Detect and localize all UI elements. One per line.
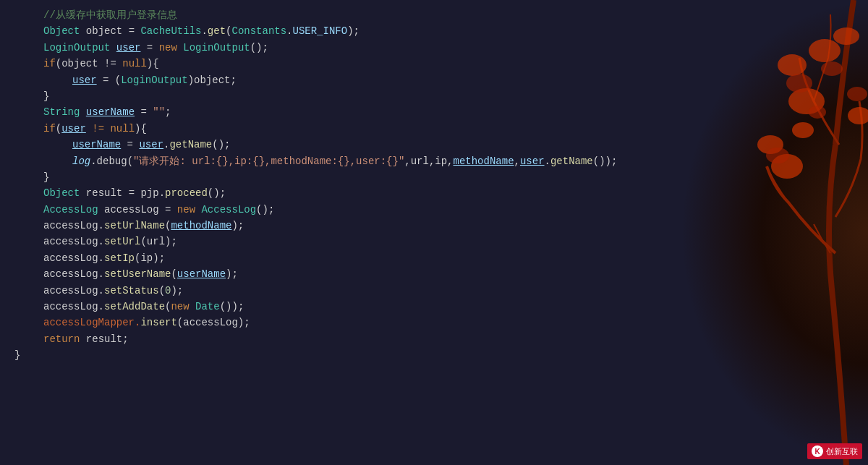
code-token: user bbox=[139, 137, 163, 153]
code-token: LoginOutput bbox=[121, 72, 187, 88]
code-token bbox=[190, 299, 195, 315]
code-token: setAddDate bbox=[104, 299, 165, 315]
code-token: methodName bbox=[454, 153, 514, 169]
code-token: user bbox=[116, 40, 141, 56]
code-block: //从缓存中获取用户登录信息Object object = CacheUtils… bbox=[14, 7, 868, 364]
code-line: Object object = CacheUtils.get(Constants… bbox=[14, 23, 868, 39]
code-token: accessLog. bbox=[43, 218, 104, 234]
code-token: null bbox=[122, 56, 147, 72]
code-line: accessLogMapper.insert(accessLog); bbox=[14, 315, 868, 330]
code-token: . bbox=[201, 23, 207, 39]
code-token bbox=[177, 40, 183, 56]
code-token: user bbox=[72, 72, 97, 88]
code-line: accessLog.setUserName(userName); bbox=[14, 266, 868, 282]
code-token: CacheUtils bbox=[140, 23, 201, 39]
code-line: accessLog.setUrl(url); bbox=[14, 234, 868, 249]
code-line: log.debug("请求开始: url:{},ip:{},methodName… bbox=[14, 153, 868, 169]
watermark: K 创新互联 bbox=[807, 443, 862, 459]
code-token: setUrlName bbox=[104, 218, 165, 234]
code-token: return bbox=[43, 331, 80, 347]
code-token: 0 bbox=[165, 283, 171, 299]
code-line: //从缓存中获取用户登录信息 bbox=[14, 7, 868, 23]
code-line: accessLog.setAddDate(new Date()); bbox=[14, 299, 868, 315]
code-token: , bbox=[514, 153, 520, 169]
code-token bbox=[80, 104, 85, 120]
code-line: user = (LoginOutput)object; bbox=[14, 72, 868, 88]
code-token: (object != bbox=[56, 56, 122, 72]
code-token: get bbox=[208, 23, 226, 39]
code-token: ( bbox=[159, 283, 165, 299]
code-token: )object; bbox=[188, 72, 237, 88]
code-token bbox=[195, 202, 201, 218]
code-token: setIp bbox=[104, 250, 135, 266]
code-token: . bbox=[545, 153, 550, 169]
code-line: if(user != null){ bbox=[14, 121, 868, 137]
code-token: if bbox=[43, 121, 56, 137]
code-token: (); bbox=[208, 185, 226, 201]
code-token: accessLog. bbox=[43, 299, 104, 315]
code-token: accessLog = bbox=[98, 202, 177, 218]
code-token: log bbox=[72, 153, 90, 169]
code-line: } bbox=[14, 347, 868, 363]
code-token: getName bbox=[169, 137, 212, 153]
code-token: (ip); bbox=[135, 250, 165, 266]
code-token: accessLog. bbox=[43, 283, 104, 299]
code-token: != bbox=[86, 121, 111, 137]
code-token: setStatus bbox=[104, 283, 159, 299]
code-token: LoginOutput bbox=[183, 40, 250, 56]
code-token: AccessLog bbox=[201, 202, 256, 218]
code-token: userName bbox=[72, 137, 121, 153]
code-token: ; bbox=[165, 104, 171, 120]
code-token: //从缓存中获取用户登录信息 bbox=[43, 7, 177, 23]
code-token: = ( bbox=[97, 72, 122, 88]
code-token: ); bbox=[226, 266, 238, 282]
code-token: } bbox=[43, 88, 49, 104]
code-line: } bbox=[14, 169, 868, 185]
code-line: LoginOutput user = new LoginOutput(); bbox=[14, 40, 868, 56]
code-token: new bbox=[177, 202, 195, 218]
code-line: accessLog.setUrlName(methodName); bbox=[14, 218, 868, 234]
code-token: ( bbox=[56, 121, 61, 137]
code-token: ); bbox=[171, 283, 183, 299]
code-token: new bbox=[159, 40, 177, 56]
code-token: ()); bbox=[220, 299, 244, 315]
code-token: user bbox=[520, 153, 545, 169]
code-token: (accessLog); bbox=[177, 315, 250, 330]
code-line: AccessLog accessLog = new AccessLog(); bbox=[14, 202, 868, 218]
code-token: new bbox=[171, 299, 189, 315]
code-token: Object bbox=[43, 185, 80, 201]
code-token: AccessLog bbox=[43, 202, 98, 218]
code-token: getName bbox=[550, 153, 593, 169]
code-token: accessLog. bbox=[43, 250, 104, 266]
code-line: String userName = ""; bbox=[14, 104, 868, 120]
code-token: userName bbox=[86, 104, 135, 120]
code-token: ()); bbox=[593, 153, 618, 169]
code-token: String bbox=[43, 104, 80, 120]
code-token: result; bbox=[80, 331, 128, 347]
code-token: result = pjp. bbox=[80, 185, 165, 201]
code-token: if bbox=[43, 56, 56, 72]
code-token: .debug( bbox=[90, 153, 133, 169]
code-token: "" bbox=[153, 104, 165, 120]
code-token: ); bbox=[347, 23, 359, 39]
code-token: accessLogMapper. bbox=[43, 315, 140, 330]
code-token: setUserName bbox=[104, 266, 171, 282]
code-line: } bbox=[14, 88, 868, 104]
code-line: accessLog.setStatus(0); bbox=[14, 283, 868, 299]
watermark-icon: K bbox=[812, 445, 823, 457]
code-line: Object result = pjp.proceed(); bbox=[14, 185, 868, 201]
watermark-icon-letter: K bbox=[814, 448, 820, 456]
code-token: . bbox=[286, 23, 292, 39]
code-token: ){ bbox=[135, 121, 147, 137]
code-token: (); bbox=[256, 202, 274, 218]
code-token: = bbox=[135, 104, 153, 120]
code-token: (url); bbox=[140, 234, 176, 249]
code-token: LoginOutput bbox=[43, 40, 110, 56]
code-token: accessLog. bbox=[43, 234, 104, 249]
code-token: proceed bbox=[165, 185, 208, 201]
code-token: ); bbox=[231, 218, 244, 234]
code-line: if(object != null){ bbox=[14, 56, 868, 72]
code-token: object = bbox=[80, 23, 140, 39]
code-token: "请求开始: url:{},ip:{},methodName:{},user:{… bbox=[133, 153, 404, 169]
code-token: userName bbox=[177, 266, 226, 282]
